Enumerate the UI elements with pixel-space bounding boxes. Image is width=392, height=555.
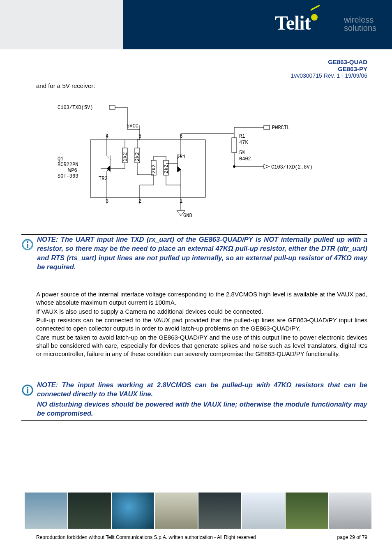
footer-page: page 29 of 79	[337, 534, 367, 540]
footer-text: Reproduction forbidden without Telit Com…	[36, 534, 367, 540]
schem-txd28: C103/TXD(2.8V)	[271, 164, 313, 170]
logo-tagline-1: wireless	[344, 16, 376, 24]
schem-r3: 2k2	[151, 164, 157, 173]
doc-revision: 1vv0300715 Rev. 1 - 19/09/06	[291, 72, 367, 79]
body-p1: A power source of the internal interface…	[36, 290, 367, 307]
schem-r1-val1: 47K	[239, 140, 248, 146]
schem-txd5v: C103/TXD(5V)	[58, 105, 93, 111]
svg-rect-0	[109, 105, 115, 109]
body-p3: Pull-up resistors can be connected to th…	[36, 316, 367, 333]
schem-r2: 2k2	[135, 152, 141, 161]
schem-r4: 2k2	[164, 164, 169, 173]
body-text: A power source of the internal interface…	[36, 290, 367, 358]
svg-rect-62	[27, 389, 28, 393]
doc-name-2: GE863-PY	[291, 65, 367, 72]
schem-q1b: BCR22PN	[58, 162, 78, 168]
body-p4: Care must be taken to avoid latch-up on …	[36, 333, 367, 358]
header-left-block	[0, 0, 124, 49]
schem-tr2: TR2	[99, 176, 108, 182]
schem-q1a: Q1	[58, 156, 63, 162]
logo-tagline-2: solutions	[344, 24, 376, 32]
footer-copyright: Reproduction forbidden without Telit Com…	[36, 534, 256, 540]
svg-rect-48	[232, 138, 237, 153]
schem-gnd: GND	[183, 213, 192, 219]
note-icon	[21, 384, 34, 396]
svg-rect-58	[27, 241, 28, 243]
header-right-block: Telit wireless solutions	[123, 0, 392, 49]
schem-p1: 1	[180, 199, 182, 204]
schem-q1c: WP6	[68, 168, 77, 173]
schem-pwrctl: PWRCTL	[272, 125, 290, 131]
svg-rect-59	[27, 244, 28, 248]
note-icon	[21, 238, 34, 251]
note-2-text-b: NO disturbing devices should be powered …	[37, 400, 367, 418]
note-2-text-a: NOTE: The input lines working at 2.8VCMO…	[37, 380, 367, 399]
body-p2: If VAUX is also used to supply a Camera …	[36, 308, 367, 316]
footer-image-strip	[25, 493, 371, 529]
svg-marker-28	[178, 166, 181, 172]
note-2: NOTE: The input lines working at 2.8VCMO…	[21, 380, 367, 421]
schem-r1-lbl: R1	[239, 134, 245, 139]
schem-p2: 2	[138, 199, 141, 204]
note-1: NOTE: The UART input line TXD (rx_uart) …	[21, 234, 367, 274]
schem-r1-val3: 0402	[239, 156, 251, 162]
schem-r1: 2k2	[122, 152, 128, 161]
schem-q1d: SOT-363	[58, 173, 78, 179]
schem-5vcc: 5VCC	[127, 123, 138, 129]
note-1-text: NOTE: The UART input line TXD (rx_uart) …	[37, 235, 367, 271]
svg-rect-61	[27, 387, 28, 388]
schem-p3: 3	[106, 199, 108, 204]
intro-text: and for a 5V receiver:	[36, 82, 367, 89]
telit-logo: Telit wireless solutions	[275, 12, 376, 36]
logo-text: Telit	[275, 12, 311, 34]
schem-p4: 4	[106, 134, 108, 139]
schem-r1-val2: 5%	[239, 150, 245, 156]
schem-tr1: TR1	[177, 154, 186, 160]
svg-rect-47	[264, 125, 270, 130]
doc-id-block: GE863-QUAD GE863-PY 1vv0300715 Rev. 1 - …	[291, 58, 367, 79]
schematic-diagram: C103/TXD(5V) 5VCC 4 5 6 Q1 BCR22PN WP6 S…	[58, 103, 321, 226]
doc-name-1: GE863-QUAD	[291, 58, 367, 65]
schem-p6: 6	[180, 134, 182, 139]
schem-p5: 5	[138, 134, 141, 139]
